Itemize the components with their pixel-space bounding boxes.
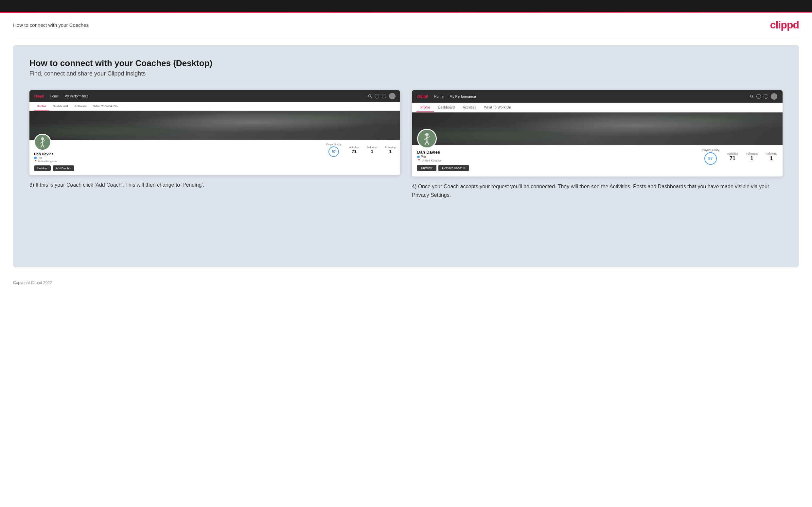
footer: Copyright Clippd 2022 xyxy=(0,275,812,290)
mock-nav-performance-right[interactable]: My Performance xyxy=(450,95,476,98)
mock-buttons-left: Unfollow Add Coach + xyxy=(34,165,74,171)
mock-nav-home-right[interactable]: Home xyxy=(434,95,444,98)
tab-activities-left[interactable]: Activities xyxy=(71,102,90,111)
mock-logo-right: clippd xyxy=(417,94,428,99)
remove-coach-btn[interactable]: Remove Coach × xyxy=(439,165,469,171)
mock-quality-right: Player Quality 97 xyxy=(702,149,719,165)
mock-profile-row-right: Dan Davies Pro 📍 United Kingdom Unfollow… xyxy=(417,149,777,171)
header-title: How to connect with your Coaches xyxy=(13,22,89,28)
mock-nav-left: clippd Home My Performance xyxy=(30,90,400,102)
mock-stat-following-left: Following 1 xyxy=(385,146,396,154)
tab-dashboard-left[interactable]: Dashboard xyxy=(49,102,71,111)
stat-value-activities-right: 71 xyxy=(729,156,735,162)
verified-icon-right xyxy=(417,156,420,158)
top-bar xyxy=(0,0,812,12)
screenshots-row: clippd Home My Performance xyxy=(30,90,782,199)
section-subtitle: Find, connect and share your Clippd insi… xyxy=(30,70,782,77)
golfer-svg-right xyxy=(418,130,436,148)
settings-icon-right[interactable] xyxy=(764,94,768,99)
tab-dashboard-right[interactable]: Dashboard xyxy=(434,103,459,112)
svg-point-0 xyxy=(369,95,371,97)
search-icon-left[interactable] xyxy=(368,94,372,98)
stat-label-followers-right: Followers xyxy=(746,152,758,155)
stat-label-following-right: Following xyxy=(766,152,777,155)
user-icon-right[interactable] xyxy=(756,94,761,99)
stat-value-following-left: 1 xyxy=(389,149,392,154)
mock-nav-performance-left[interactable]: My Performance xyxy=(64,95,88,98)
mock-location-right: 📍 United Kingdom xyxy=(417,159,469,162)
unfollow-btn-right[interactable]: Unfollow xyxy=(417,165,437,171)
search-icon-right[interactable] xyxy=(750,95,754,98)
mock-banner-pattern-left xyxy=(30,111,400,140)
description-right: 4) Once your Coach accepts your request … xyxy=(412,182,782,199)
mock-stat-following-right: Following 1 xyxy=(766,152,777,162)
mock-avatar-left xyxy=(34,134,51,151)
mock-stat-followers-left: Followers 1 xyxy=(367,146,377,154)
mock-nav-right: clippd Home My Performance xyxy=(412,90,782,103)
mock-stat-activities-right: Activities 71 xyxy=(727,152,738,162)
screenshot-block-left: clippd Home My Performance xyxy=(30,90,400,199)
stat-label-followers-left: Followers xyxy=(367,146,377,149)
mock-stats-right-right: Player Quality 97 Activities 71 Follower… xyxy=(702,149,777,165)
mock-profile-section-left: Dan Davies Pro 📍 United Kingdom Unfollow… xyxy=(30,140,400,175)
mock-quality-left: Player Quality 97 xyxy=(326,143,342,157)
main-content: How to connect with your Coaches (Deskto… xyxy=(13,45,799,267)
mock-profile-section-right: Dan Davies Pro 📍 United Kingdom Unfollow… xyxy=(412,145,782,176)
mock-avatar-wrap-right: Dan Davies Pro 📍 United Kingdom Unfollow… xyxy=(417,139,469,171)
mock-stat-activities-left: Activities 71 xyxy=(349,146,359,154)
mock-avatar-wrap-left: Dan Davies Pro 📍 United Kingdom Unfollow… xyxy=(34,134,74,171)
mock-stat-followers-right: Followers 1 xyxy=(746,152,758,162)
stat-label-activities-left: Activities xyxy=(349,146,359,149)
svg-point-3 xyxy=(41,137,44,140)
mock-logo-left: clippd xyxy=(34,94,44,98)
header: How to connect with your Coaches clippd xyxy=(0,13,812,37)
mock-role-left: Pro xyxy=(34,156,74,160)
unfollow-btn-left[interactable]: Unfollow xyxy=(34,165,51,171)
mock-nav-icons-left xyxy=(368,93,396,99)
mock-tabs-left: Profile Dashboard Activities What To Wor… xyxy=(30,102,400,111)
header-logo: clippd xyxy=(770,19,799,31)
tab-activities-right[interactable]: Activities xyxy=(459,103,480,112)
avatar-icon-left[interactable] xyxy=(389,93,396,99)
quality-label-left: Player Quality xyxy=(326,143,342,146)
quality-circle-left: 97 xyxy=(328,147,339,157)
svg-point-9 xyxy=(751,95,753,98)
quality-circle-right: 97 xyxy=(704,152,717,165)
mock-buttons-right: Unfollow Remove Coach × xyxy=(417,165,469,171)
mock-browser-left: clippd Home My Performance xyxy=(30,90,400,175)
mock-stats-right-left: Player Quality 97 Activities 71 Follower… xyxy=(326,143,396,157)
svg-point-12 xyxy=(425,133,428,136)
mock-nav-home-left[interactable]: Home xyxy=(50,95,59,98)
mock-profile-info-right: Dan Davies Pro 📍 United Kingdom Unfollow… xyxy=(417,149,469,171)
mock-name-left: Dan Davies xyxy=(34,152,74,156)
header-divider xyxy=(13,37,799,37)
stat-label-activities-right: Activities xyxy=(727,152,738,155)
stat-value-followers-left: 1 xyxy=(371,149,373,154)
mock-name-right: Dan Davies xyxy=(417,150,469,155)
mock-banner-left xyxy=(30,111,400,140)
screenshot-block-right: clippd Home My Performance xyxy=(412,90,782,199)
section-title: How to connect with your Coaches (Deskto… xyxy=(30,58,782,68)
avatar-icon-right[interactable] xyxy=(771,93,777,100)
stat-value-followers-right: 1 xyxy=(750,156,753,162)
tab-profile-right[interactable]: Profile xyxy=(416,103,434,112)
add-coach-btn[interactable]: Add Coach + xyxy=(53,165,74,171)
description-left: 3) If this is your Coach click 'Add Coac… xyxy=(30,181,400,189)
tab-profile-left[interactable]: Profile xyxy=(34,102,49,111)
footer-text: Copyright Clippd 2022 xyxy=(13,280,52,285)
stat-label-following-left: Following xyxy=(385,146,396,149)
mock-browser-right: clippd Home My Performance xyxy=(412,90,782,176)
svg-line-1 xyxy=(371,97,372,98)
stat-value-following-right: 1 xyxy=(770,156,773,162)
tab-what-to-work-on-right[interactable]: What To Work On xyxy=(480,103,515,112)
verified-icon-left xyxy=(34,157,37,159)
svg-line-10 xyxy=(753,97,753,98)
mock-profile-left: Dan Davies Pro 📍 United Kingdom Unfollow… xyxy=(34,151,74,171)
mock-profile-row-left: Dan Davies Pro 📍 United Kingdom Unfollow… xyxy=(34,143,396,171)
tab-what-to-work-on-left[interactable]: What To Work On xyxy=(90,102,121,111)
golfer-svg-left xyxy=(35,135,50,150)
quality-label-right: Player Quality xyxy=(702,149,719,152)
user-icon-left[interactable] xyxy=(374,94,379,98)
settings-icon-left[interactable] xyxy=(382,94,386,98)
mock-tabs-right: Profile Dashboard Activities What To Wor… xyxy=(412,103,782,112)
